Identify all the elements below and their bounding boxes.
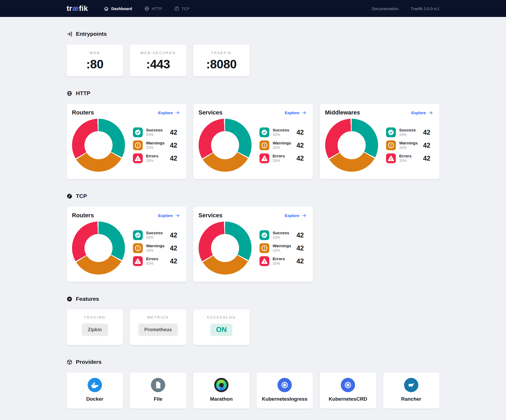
legend-value: 42 [423,142,433,149]
nav-label: HTTP [152,6,162,11]
legend-value: 42 [170,142,180,149]
card-title: Routers [72,109,94,116]
explore-link[interactable]: Explore [285,110,306,115]
globe-icon [67,91,72,96]
section-title: Features [76,296,99,302]
logo-text: fik [79,4,88,12]
entrypoints-section-header: Entrypoints [67,31,440,37]
provider-name: Docker [67,396,123,402]
entrypoint-label: WEB [67,51,123,55]
legend-row-errors: Errors33% 42 [133,256,180,266]
feature-card-metrics: METRICS Prometheus [130,310,186,345]
providers-section-header: Providers [67,359,440,365]
status-legend: Success33% 42 Warnings33% 42 Errors33% 4… [133,127,180,163]
feature-value-badge: Zipkin [82,324,108,336]
tcp-routers-card: Routers Explore Success33% 42 Warn [67,207,186,282]
success-icon [133,127,143,137]
error-icon [133,153,143,163]
status-donut-chart [72,119,125,172]
provider-card-kubernetes-ingress: KubernetesIngress [257,373,313,409]
legend-name: Errors [273,256,285,261]
provider-name: File [130,396,186,402]
legend-percent: 33% [146,158,159,163]
provider-name: Rancher [383,396,440,402]
legend-percent: 33% [146,248,165,253]
tcp-grid: Routers Explore Success33% 42 Warn [67,207,440,282]
legend-name: Warnings [399,140,418,145]
tcp-section-header: TCP [67,193,440,199]
success-icon [133,230,143,240]
feature-card-tracing: TRACING Zipkin [67,310,123,345]
warning-icon [133,243,143,253]
http-services-card: Services Explore Success33% 42 War [193,104,313,179]
kubernetes-icon [277,378,292,392]
logo-text: tr [67,4,72,12]
provider-card-file: File [130,373,186,409]
legend-value: 42 [297,142,307,149]
card-title: Routers [72,212,94,219]
feature-value-badge: Prometheus [138,324,178,336]
legend-percent: 33% [146,132,163,137]
provider-name: KubernetesCRD [320,396,376,402]
card-title: Services [199,109,223,116]
entrypoint-label: WEB-SECURED [130,51,186,55]
legend-name: Errors [399,153,412,158]
arrow-right-icon [302,110,307,115]
features-section-header: Features [67,296,440,302]
explore-link[interactable]: Explore [411,110,433,115]
explore-link[interactable]: Explore [158,110,180,115]
legend-value: 42 [297,257,307,265]
legend-row-errors: Errors33% 42 [259,153,307,163]
legend-row-errors: Errors33% 42 [133,153,180,163]
legend-row-warnings: Warnings33% 42 [386,140,433,150]
provider-name: Marathon [193,396,250,402]
legend-percent: 33% [273,235,289,240]
section-title: TCP [76,193,87,199]
explore-link[interactable]: Explore [285,213,306,218]
feature-card-accesslog: ACCESSLOG ON [193,310,250,345]
features-icon [67,296,72,302]
nav-item-tcp[interactable]: TCP [174,6,190,11]
section-title: HTTP [76,90,91,96]
legend-row-warnings: Warnings33% 42 [259,140,307,150]
status-donut-chart [199,222,252,275]
legend-value: 42 [423,129,433,136]
entrypoints-icon [67,31,72,37]
legend-row-success: Success33% 42 [386,127,433,137]
http-routers-card: Routers Explore Success33% 42 Warn [67,104,186,179]
entrypoints-grid: WEB :80 WEB-SECURED :443 TRAEFIK :8080 [67,45,440,76]
status-legend: Success33% 42 Warnings33% 42 Errors33% 4… [259,127,307,163]
legend-row-warnings: Warnings33% 42 [259,243,307,253]
error-icon [386,153,396,163]
warning-icon [259,243,269,253]
legend-row-errors: Errors33% 42 [259,256,307,266]
tcp-icon [174,6,179,11]
arrow-right-icon [175,110,180,115]
explore-label: Explore [285,110,299,115]
nav-item-http[interactable]: HTTP [144,6,162,11]
provider-name: KubernetesIngress [257,396,313,402]
legend-name: Success [399,127,416,132]
legend-percent: 33% [273,158,285,163]
legend-value: 42 [170,257,180,265]
legend-name: Errors [146,153,159,158]
legend-name: Errors [273,153,285,158]
legend-value: 42 [297,231,307,239]
legend-row-warnings: Warnings33% 42 [133,243,180,253]
logo-ae: æ [72,4,79,12]
legend-value: 42 [423,154,433,162]
warning-icon [133,140,143,150]
nav-item-dashboard[interactable]: Dashboard [104,6,132,11]
error-icon [259,153,269,163]
version-label[interactable]: Traefik 2.0.0-rc1 [411,6,440,11]
traefik-logo[interactable]: træfik [67,4,88,13]
legend-value: 42 [170,154,180,162]
providers-icon [67,359,72,365]
entrypoint-card-traefik: TRAEFIK :8080 [193,45,250,76]
provider-card-rancher: Rancher [383,373,440,409]
legend-name: Warnings [273,140,291,145]
explore-link[interactable]: Explore [158,213,180,218]
legend-value: 42 [170,231,180,239]
explore-label: Explore [411,110,426,115]
documentation-link[interactable]: Documentation [372,6,398,11]
